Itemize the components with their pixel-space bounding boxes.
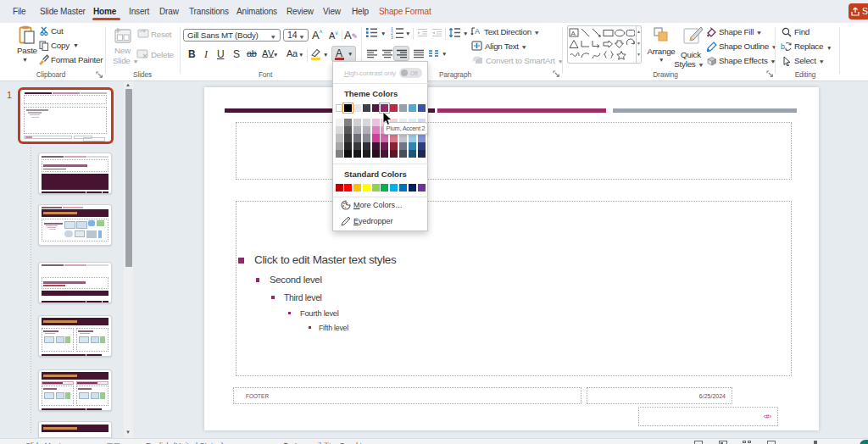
svg-text:b: b	[781, 42, 785, 51]
svg-text:A: A	[571, 30, 576, 37]
svg-text:3: 3	[391, 35, 393, 39]
svg-text:A: A	[475, 27, 480, 36]
